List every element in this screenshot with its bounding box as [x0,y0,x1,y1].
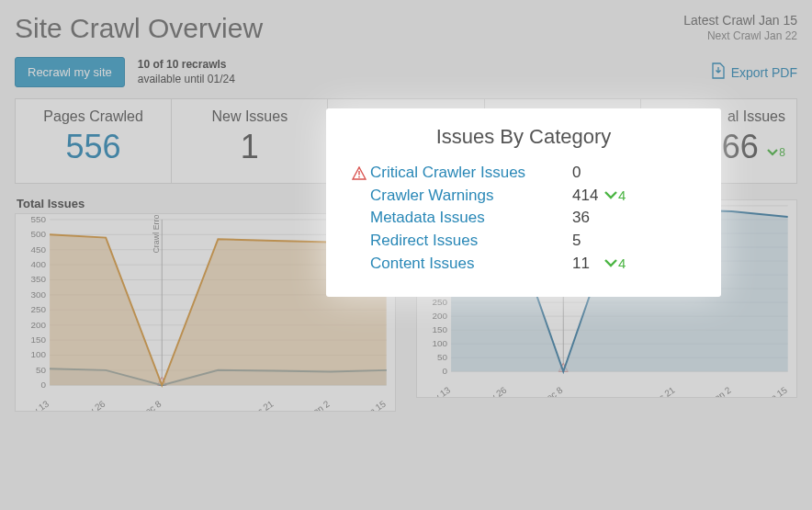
category-value: 5 [572,230,603,253]
svg-text:100: 100 [31,349,47,359]
category-name: Content Issues [370,253,572,276]
svg-text:Nov 26: Nov 26 [479,384,508,397]
stat-delta: 8 [766,146,785,159]
svg-text:150: 150 [433,324,448,334]
svg-text:Dec 21: Dec 21 [246,398,276,411]
category-row[interactable]: Critical Crawler Issues0 [348,162,699,185]
svg-text:Crawl Error: Crawl Error [152,214,161,254]
next-crawl-date: Next Crawl Jan 22 [683,29,797,42]
svg-text:150: 150 [31,334,47,345]
category-row[interactable]: Crawler Warnings4144 [348,185,699,208]
svg-text:Jan 15: Jan 15 [761,384,789,397]
category-delta: 4 [603,254,626,274]
svg-text:Nov 26: Nov 26 [77,398,107,411]
svg-text:Dec 8: Dec 8 [539,384,565,397]
category-delta: 4 [603,186,626,206]
recrawl-count: 10 of 10 recrawls [138,58,235,72]
svg-text:250: 250 [433,297,448,307]
stat-label: Pages Crawled [21,108,165,125]
svg-text:Dec 21: Dec 21 [648,384,677,397]
crawl-dates: Latest Crawl Jan 15 Next Crawl Jan 22 [683,13,797,42]
svg-text:100: 100 [433,338,448,348]
category-value: 36 [572,207,603,230]
category-value: 11 [572,253,603,276]
recrawl-info: 10 of 10 recrawls available until 01/24 [138,58,235,86]
svg-text:Dec 8: Dec 8 [138,398,164,411]
svg-text:Jan 2: Jan 2 [308,399,332,411]
svg-text:50: 50 [437,352,448,362]
recrawl-button[interactable]: Recrawl my site [15,57,125,87]
svg-text:Nov 13: Nov 13 [21,398,51,411]
svg-text:500: 500 [31,229,47,239]
svg-text:250: 250 [31,304,47,314]
svg-point-67 [358,176,360,178]
svg-text:50: 50 [36,365,47,375]
stat-new-issues[interactable]: New Issues 1 [172,99,328,183]
warning-icon [348,166,370,180]
svg-text:Jan 15: Jan 15 [359,398,388,411]
svg-text:Jan 2: Jan 2 [709,385,733,397]
category-row[interactable]: Redirect Issues5 [348,230,699,253]
category-value: 0 [572,162,603,185]
page-title: Site Crawl Overview [15,13,263,44]
category-name: Metadata Issues [370,207,572,230]
chevron-down-icon [766,147,779,158]
category-value: 414 [572,185,603,208]
category-name: Redirect Issues [370,230,572,253]
category-row[interactable]: Content Issues114 [348,253,699,276]
download-icon [711,62,726,82]
export-pdf-button[interactable]: Export PDF [711,62,797,82]
svg-text:300: 300 [31,289,47,300]
svg-text:0: 0 [41,380,47,390]
popover-title: Issues By Category [348,125,699,149]
svg-text:450: 450 [31,244,47,255]
category-row[interactable]: Metadata Issues36 [348,207,699,230]
stat-value: 1 [177,128,321,166]
latest-crawl-date: Latest Crawl Jan 15 [683,13,797,28]
svg-text:Nov 13: Nov 13 [423,384,452,397]
svg-text:400: 400 [31,259,47,269]
stat-label: New Issues [177,108,321,125]
export-pdf-label: Export PDF [731,65,797,80]
svg-text:350: 350 [31,274,47,284]
stat-value: 556 [21,128,165,166]
svg-text:0: 0 [443,366,448,376]
svg-text:200: 200 [31,320,47,330]
issues-by-category-popover: Issues By Category Critical Crawler Issu… [326,108,721,297]
svg-text:200: 200 [433,311,448,321]
svg-text:550: 550 [31,214,47,224]
recrawl-until: available until 01/24 [138,73,235,86]
category-name: Critical Crawler Issues [370,162,572,185]
category-name: Crawler Warnings [370,185,572,208]
stat-pages-crawled[interactable]: Pages Crawled 556 [16,99,172,183]
